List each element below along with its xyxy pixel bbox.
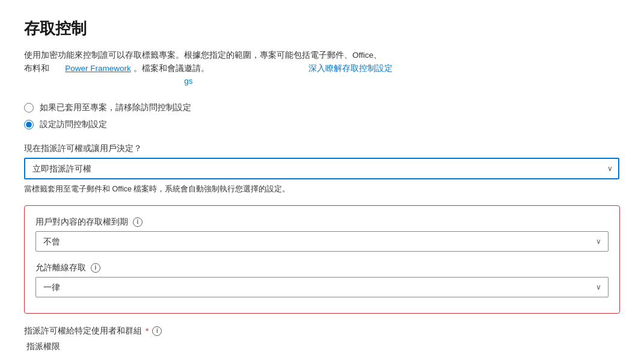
required-star: *: [146, 326, 149, 336]
red-box-container: 用戶對內容的存取權到期 i 不曾 ∨ 允許離線存取 i 一律 ∨: [24, 205, 620, 314]
assign-section: 指派許可權給特定使用者和群組 * i 指派權限: [24, 326, 620, 352]
license-hint-text: 當標籤套用至電子郵件和 Office 檔案時，系統會自動強制執行您選擇的設定。: [24, 184, 620, 194]
expiry-dropdown-wrapper: 不曾 ∨: [35, 231, 609, 252]
assign-info-icon[interactable]: i: [152, 326, 162, 336]
offline-dropdown[interactable]: 一律: [35, 277, 609, 297]
offline-info-icon[interactable]: i: [91, 263, 100, 273]
assign-section-label: 指派許可權給特定使用者和群組: [24, 326, 142, 337]
radio-input-2[interactable]: [24, 120, 34, 129]
page-title: 存取控制: [24, 18, 620, 39]
license-section: 現在指派許可權或讓用戶決定？ 立即指派許可權 ∨ 當標籤套用至電子郵件和 Off…: [24, 143, 620, 194]
expiry-field-block: 用戶對內容的存取權到期 i 不曾 ∨: [35, 217, 609, 252]
gs-link[interactable]: gs: [184, 76, 192, 85]
offline-dropdown-wrapper: 一律 ∨: [35, 277, 609, 297]
radio-option-1[interactable]: 如果已套用至專案，請移除訪問控制設定: [24, 102, 620, 113]
learn-more-link[interactable]: 深入瞭解存取控制設定: [308, 64, 393, 73]
radio-option-2[interactable]: 設定訪問控制設定: [24, 119, 620, 130]
license-question-label: 現在指派許可權或讓用戶決定？: [24, 143, 620, 154]
description-text: 使用加密功能來控制誰可以存取標籤專案。根據您指定的範圍，專案可能包括電子郵件、O…: [24, 49, 517, 88]
assign-label-row: 指派許可權給特定使用者和群組 * i: [24, 326, 620, 337]
license-dropdown[interactable]: 立即指派許可權: [24, 158, 619, 179]
radio-group: 如果已套用至專案，請移除訪問控制設定 設定訪問控制設定: [24, 102, 620, 130]
expiry-info-icon[interactable]: i: [133, 217, 143, 227]
radio-label-1: 如果已套用至專案，請移除訪問控制設定: [40, 102, 191, 113]
radio-input-1[interactable]: [24, 103, 34, 113]
offline-field-label: 允許離線存取: [35, 262, 86, 273]
expiry-dropdown[interactable]: 不曾: [35, 231, 609, 252]
offline-field-block: 允許離線存取 i 一律 ∨: [35, 262, 609, 297]
offline-label-row: 允許離線存取 i: [35, 262, 609, 273]
assign-sub-label: 指派權限: [24, 341, 620, 352]
expiry-label-row: 用戶對內容的存取權到期 i: [35, 217, 609, 228]
expiry-field-label: 用戶對內容的存取權到期: [35, 217, 128, 228]
radio-label-2: 設定訪問控制設定: [40, 119, 107, 130]
power-framework-link[interactable]: Power Framework: [65, 64, 131, 73]
license-dropdown-wrapper: 立即指派許可權 ∨: [24, 158, 620, 179]
